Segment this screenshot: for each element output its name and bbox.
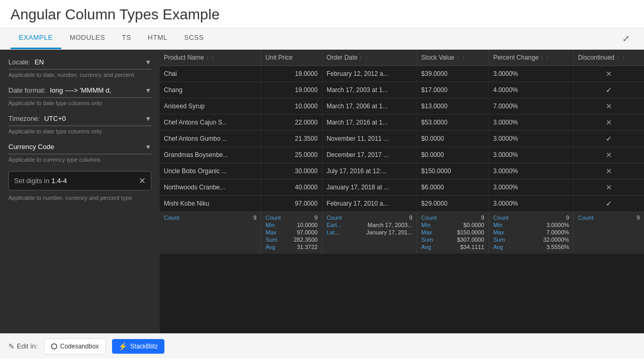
cell-order-date: February 17, 2010 a... [322, 196, 417, 212]
stock-sort-icons[interactable]: ↑ ⋮ [457, 55, 466, 61]
footer-stat-value: 9 [637, 215, 640, 221]
main-content: Locale: EN ▼ Applicable to date, number,… [0, 50, 644, 333]
cell-stock-value: $39.0000 [417, 66, 488, 82]
tab-modules[interactable]: MODULES [61, 27, 114, 49]
currency-code-dropdown-arrow[interactable]: ▼ [145, 143, 151, 151]
footer-stat: Min 10.0000 [265, 222, 318, 228]
footer-stat-label: Min [421, 222, 431, 228]
stackblitz-label: StackBlitz [130, 343, 158, 350]
footer-stat-label: Earl... [327, 222, 342, 228]
table-row: Chef Antons Cajun S... 22.0000 March 17,… [160, 115, 644, 131]
edit-icon: ✎ [8, 342, 15, 351]
table-row: Aniseed Syrup 10.0000 March 17, 2006 at … [160, 98, 644, 115]
footer-stat-value: 10.0000 [297, 222, 318, 228]
codesandbox-logo: ⬡ [51, 342, 57, 351]
cell-order-date: March 17, 2016 at 1... [322, 115, 417, 131]
cell-order-date: March 17, 2006 at 1... [322, 98, 417, 115]
cell-discontinued: ✕ [574, 98, 644, 115]
footer-stat: Earl... March 17, 2003... [327, 222, 413, 228]
cell-order-date: March 17, 2003 at 1... [322, 82, 417, 98]
header-discontinued[interactable]: Discontinued ↑ ⋮ [574, 50, 644, 66]
footer-stat: Lat... January 17, 201... [327, 229, 413, 235]
cell-discontinued: ✕ [574, 163, 644, 179]
cell-product-name: Chef Antons Gumbo ... [160, 131, 261, 147]
timezone-dropdown-arrow[interactable]: ▼ [145, 115, 151, 122]
edit-label-text: Edit in: [17, 342, 38, 350]
footer-stat-label: Min [265, 222, 275, 228]
cell-percent-change: 3.0000% [488, 196, 573, 212]
cell-percent-change: 7.0000% [488, 98, 573, 115]
footer-stat-value: $0.0000 [463, 222, 484, 228]
cell-percent-change: 3.0000% [488, 179, 573, 196]
footer-stat-label: Count [421, 215, 437, 221]
footer-stat: Min 3.0000% [493, 222, 569, 228]
percent-sort-icons[interactable]: ↑ ⋮ [541, 55, 550, 61]
cell-unit-price: 19.0000 [261, 82, 322, 98]
cell-order-date: December 17, 2017 ... [322, 147, 417, 163]
tab-scss[interactable]: SCSS [176, 27, 212, 49]
footer-stat-label: Count [578, 215, 593, 221]
header-percent-change-label: Percent Change [493, 54, 539, 61]
date-format-dropdown-arrow[interactable]: ▼ [145, 87, 151, 94]
cell-stock-value: $17.0000 [417, 82, 488, 98]
cell-unit-price: 21.3500 [261, 131, 322, 147]
tab-html[interactable]: HTML [139, 27, 175, 49]
header-product-name[interactable]: Product Name ↑ ⋮ [160, 50, 261, 66]
currency-code-control: Currency Code ▼ Applicable to currency t… [8, 143, 151, 163]
footer-stat-label: Max [265, 229, 276, 235]
footer-stat-value: 7.0000% [547, 229, 569, 235]
footer-stat-label: Avg [421, 244, 431, 250]
cell-stock-value: $6.0000 [417, 179, 488, 196]
footer-stat: Count 9 [578, 215, 640, 221]
stackblitz-button[interactable]: ⚡ StackBlitz [112, 339, 164, 354]
currency-code-label: Currency Code [8, 143, 145, 151]
order-sort-icons[interactable]: ↑ ⋮ [360, 55, 369, 61]
footer-stat-label: Sum [493, 236, 505, 243]
codesandbox-button[interactable]: ⬡ Codesandbox [44, 339, 106, 354]
cell-percent-change: 3.0000% [488, 66, 573, 82]
locale-hint: Applicable to date, number, currency and… [8, 72, 151, 78]
cell-discontinued: ✕ [574, 115, 644, 131]
cell-unit-price: 40.0000 [261, 179, 322, 196]
header-order-date[interactable]: Order Date ↑ ⋮ [322, 50, 417, 66]
tab-ts[interactable]: TS [114, 27, 140, 49]
product-sort-icons[interactable]: ↑ ⋮ [206, 55, 216, 61]
header-unit-price[interactable]: Unit Price [261, 50, 322, 66]
cross-icon: ✕ [606, 183, 612, 191]
expand-icon[interactable]: ⤢ [618, 29, 634, 48]
date-format-label: Date format: [8, 86, 46, 94]
footer-stat: Avg 3.5556% [493, 244, 569, 250]
cell-percent-change: 3.0000% [488, 147, 573, 163]
footer-stat-label: Avg [493, 244, 503, 250]
tab-example[interactable]: EXAMPLE [10, 27, 61, 49]
cell-discontinued: ✕ [574, 147, 644, 163]
codesandbox-label: Codesandbox [60, 343, 99, 350]
disc-sort-icons[interactable]: ↑ ⋮ [616, 55, 626, 61]
footer-stat: Sum 282.3500 [265, 236, 318, 243]
footer-stat-label: Count [164, 215, 179, 221]
cell-discontinued: ✓ [574, 131, 644, 147]
footer-stat-value: 3.5556% [547, 244, 569, 250]
footer-stock-value: Count 9 Min $0.0000 Max $150.0000 Sum $3… [417, 212, 488, 254]
locale-dropdown-arrow[interactable]: ▼ [145, 59, 151, 66]
cell-percent-change: 3.0000% [488, 131, 573, 147]
cell-discontinued: ✓ [574, 82, 644, 98]
timezone-value: UTC+0 [44, 115, 145, 122]
digits-close-icon[interactable]: ✕ [139, 176, 146, 186]
cell-stock-value: $53.0000 [417, 115, 488, 131]
cell-stock-value: $29.0000 [417, 196, 488, 212]
cell-unit-price: 18.0000 [261, 66, 322, 82]
digits-label: Set digits in [14, 177, 49, 185]
cell-unit-price: 10.0000 [261, 98, 322, 115]
footer-unit-price: Count 9 Min 10.0000 Max 97.0000 Sum 282.… [261, 212, 322, 254]
date-format-row: Date format: long ----> 'MMMM d, ▼ [8, 86, 151, 98]
header-percent-change[interactable]: Percent Change ↑ ⋮ [488, 50, 573, 66]
check-icon: ✓ [606, 134, 612, 143]
table-row: Chef Antons Gumbo ... 21.3500 November 1… [160, 131, 644, 147]
header-product-name-label: Product Name [164, 54, 204, 61]
tabs-bar: EXAMPLE MODULES TS HTML SCSS ⤢ [0, 27, 644, 50]
footer-stat-label: Sum [265, 236, 277, 243]
table-row: Uncle Bobs Organic ... 30.0000 July 17, … [160, 163, 644, 179]
footer-percent-change: Count 9 Min 3.0000% Max 7.0000% Sum 32.0… [488, 212, 573, 254]
header-stock-value[interactable]: Stock Value ↑ ⋮ [417, 50, 488, 66]
